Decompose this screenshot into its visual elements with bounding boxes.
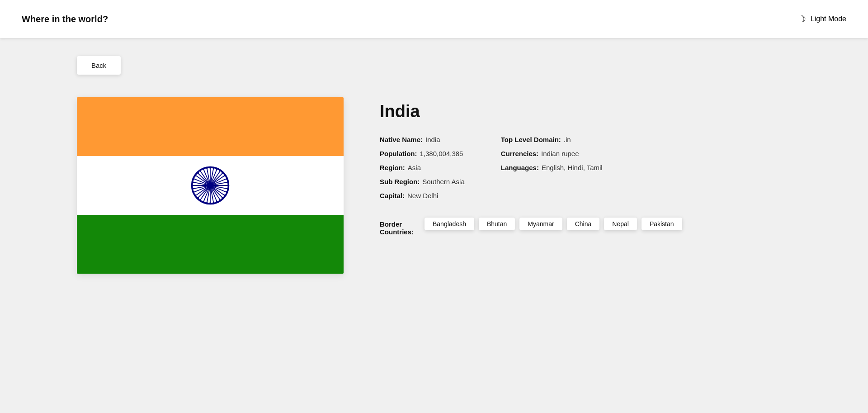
- sub-region-value: Southern Asia: [422, 178, 464, 185]
- svg-point-39: [226, 191, 228, 193]
- sub-region-row: Sub Region: Southern Asia: [380, 178, 465, 185]
- main-content: Back: [0, 38, 868, 292]
- svg-point-61: [192, 188, 194, 190]
- svg-point-36: [222, 172, 223, 174]
- region-row: Region: Asia: [380, 164, 465, 171]
- border-country-tag[interactable]: Nepal: [604, 218, 637, 230]
- svg-point-46: [192, 185, 194, 186]
- svg-point-40: [222, 197, 223, 199]
- currencies-row: Currencies: Indian rupee: [501, 150, 603, 157]
- country-info: India Native Name: India Population: 1,3…: [380, 97, 791, 236]
- info-column-right: Top Level Domain: .in Currencies: Indian…: [501, 136, 603, 199]
- light-mode-label: Light Mode: [811, 15, 846, 23]
- native-name-row: Native Name: India: [380, 136, 465, 143]
- currencies-label: Currencies:: [501, 150, 538, 157]
- population-value: 1,380,004,385: [420, 150, 463, 157]
- svg-point-65: [206, 167, 208, 169]
- svg-point-38: [227, 185, 229, 186]
- svg-point-34: [209, 167, 211, 169]
- top-level-domain-label: Top Level Domain:: [501, 136, 561, 143]
- svg-point-37: [226, 178, 228, 180]
- border-country-tag[interactable]: Pakistan: [642, 218, 682, 230]
- svg-point-54: [226, 188, 228, 190]
- sub-region-label: Sub Region:: [380, 178, 420, 185]
- capital-value: New Delhi: [407, 192, 438, 199]
- border-countries-list: BangladeshBhutanMyanmarChinaNepalPakista…: [425, 218, 682, 230]
- flag-green-stripe: [77, 215, 344, 274]
- svg-point-51: [219, 170, 221, 172]
- border-section: BorderCountries: BangladeshBhutanMyanmar…: [380, 218, 791, 236]
- svg-point-45: [193, 191, 195, 193]
- ashoka-chakra: [190, 165, 231, 206]
- population-row: Population: 1,380,004,385: [380, 150, 465, 157]
- info-column-left: Native Name: India Population: 1,380,004…: [380, 136, 465, 199]
- svg-point-49: [203, 168, 205, 170]
- flag-white-stripe: [77, 156, 344, 215]
- svg-point-42: [209, 202, 211, 204]
- svg-point-44: [198, 197, 199, 199]
- svg-point-55: [224, 195, 226, 196]
- population-label: Population:: [380, 150, 417, 157]
- native-name-value: India: [425, 136, 440, 143]
- svg-point-41: [216, 201, 218, 203]
- country-detail: India Native Name: India Population: 1,3…: [77, 97, 791, 274]
- back-button[interactable]: Back: [77, 56, 121, 75]
- border-country-tag[interactable]: Myanmar: [519, 218, 562, 230]
- india-flag: [77, 97, 344, 274]
- svg-point-47: [193, 178, 195, 180]
- app-header: Where in the world? ☽ Light Mode: [0, 0, 868, 38]
- svg-point-52: [224, 175, 226, 177]
- border-country-tag[interactable]: Bhutan: [479, 218, 515, 230]
- border-country-tag[interactable]: Bangladesh: [425, 218, 474, 230]
- languages-row: Languages: English, Hindi, Tamil: [501, 164, 603, 171]
- svg-point-43: [203, 201, 205, 203]
- top-level-domain-row: Top Level Domain: .in: [501, 136, 603, 143]
- svg-point-63: [195, 175, 197, 177]
- region-label: Region:: [380, 164, 405, 171]
- capital-row: Capital: New Delhi: [380, 192, 465, 199]
- app-title: Where in the world?: [22, 14, 108, 24]
- svg-point-53: [226, 181, 228, 183]
- svg-point-58: [206, 202, 208, 204]
- svg-point-64: [200, 170, 202, 172]
- native-name-label: Native Name:: [380, 136, 423, 143]
- region-value: Asia: [408, 164, 421, 171]
- svg-point-56: [219, 199, 221, 201]
- light-mode-button[interactable]: ☽ Light Mode: [798, 14, 846, 24]
- capital-label: Capital:: [380, 192, 405, 199]
- languages-label: Languages:: [501, 164, 539, 171]
- moon-icon: ☽: [798, 14, 806, 24]
- border-country-tag[interactable]: China: [567, 218, 600, 230]
- flag-saffron-stripe: [77, 97, 344, 156]
- svg-point-50: [212, 167, 214, 169]
- svg-point-57: [212, 202, 214, 204]
- svg-point-62: [192, 181, 194, 183]
- svg-point-60: [195, 195, 197, 196]
- currencies-value: Indian rupee: [541, 150, 579, 157]
- info-grid: Native Name: India Population: 1,380,004…: [380, 136, 791, 199]
- country-name: India: [380, 102, 791, 121]
- languages-value: English, Hindi, Tamil: [542, 164, 603, 171]
- svg-point-35: [216, 168, 218, 170]
- top-level-domain-value: .in: [564, 136, 571, 143]
- border-countries-label: BorderCountries:: [380, 220, 414, 236]
- flag-container: [77, 97, 344, 274]
- svg-point-59: [200, 199, 202, 201]
- svg-point-48: [198, 172, 199, 174]
